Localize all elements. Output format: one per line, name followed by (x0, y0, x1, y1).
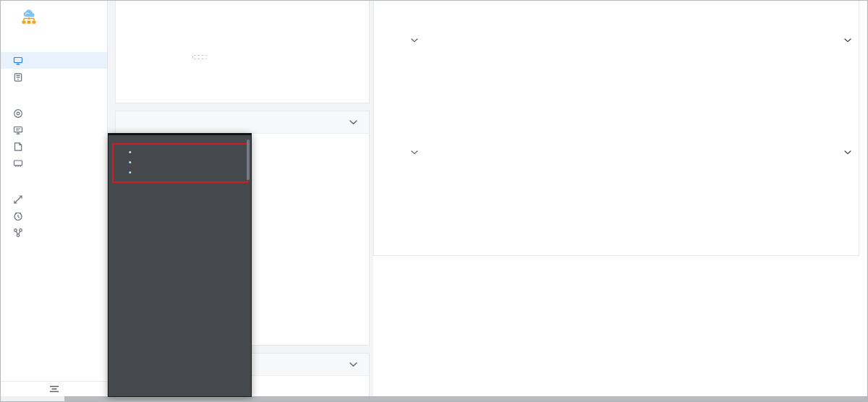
performance-tools-tooltip (108, 133, 252, 397)
collapse-sidebar-icon[interactable] (49, 385, 59, 393)
sidebar-item-cloud-host[interactable] (1, 52, 107, 69)
cloud-disk-icon (13, 72, 23, 82)
chevron-down-icon[interactable] (349, 120, 357, 125)
nic-chart-plot (374, 170, 860, 242)
sidebar-item-cloud-disk[interactable] (1, 69, 107, 85)
tooltip-arrow (176, 396, 184, 397)
sidebar-item-compute-spec[interactable] (1, 121, 107, 138)
logo (1, 1, 107, 33)
disk-metric-dropdown[interactable] (407, 38, 418, 43)
disk-chart-header (374, 36, 860, 52)
tooltip-bullet (129, 148, 244, 157)
gpu-spec-icon (13, 158, 23, 168)
red-highlight-box (112, 143, 248, 183)
cloud-host-icon (13, 56, 23, 66)
chevron-down-icon (411, 150, 418, 155)
app-window (0, 0, 868, 402)
sidebar-item-autoscaling[interactable] (1, 191, 107, 208)
chevron-down-icon (844, 38, 851, 43)
detail-row-owner (130, 0, 369, 16)
disk-chart-plot (374, 61, 860, 134)
sidebar-item-disk-spec[interactable] (1, 138, 107, 155)
horizontal-scrollbar[interactable] (1, 396, 867, 401)
sidebar-section-compute-config (1, 92, 107, 102)
sidebar-section-resource-services (1, 178, 107, 188)
sidebar-item-schedule-policy[interactable] (1, 224, 107, 241)
sidebar-footer (1, 381, 107, 396)
instance-detail-card (115, 0, 370, 103)
disk-spec-icon (13, 142, 23, 152)
config-info-section-header[interactable] (116, 111, 369, 134)
nic-chart-header (374, 148, 860, 164)
chevron-down-icon (411, 38, 418, 43)
detail-row-group (130, 82, 369, 98)
autoscaling-icon (13, 194, 23, 205)
chevron-down-icon (844, 150, 851, 155)
disk-chart-x-ticks (374, 124, 860, 132)
sidebar (1, 1, 108, 401)
cloud-pool-logo-icon (20, 9, 38, 25)
bind-tag-button[interactable] (192, 55, 207, 59)
detail-row-last-operated (130, 32, 369, 48)
detail-row-tenant-tag (130, 66, 369, 82)
compute-spec-icon (13, 125, 23, 135)
monitor-card (373, 0, 859, 256)
top-chart-x-ticks (374, 14, 860, 22)
sidebar-item-image[interactable] (1, 105, 107, 121)
tooltip-bullet (129, 168, 244, 177)
sidebar-section-virtual-resources (1, 39, 107, 49)
horizontal-scrollbar-thumb[interactable] (64, 396, 867, 401)
nic-chart-x-ticks (374, 233, 860, 241)
snapshot-icon (13, 211, 23, 221)
sidebar-item-gpu-spec[interactable] (1, 155, 107, 171)
sidebar-item-snapshot[interactable] (1, 208, 107, 224)
nic-metric-dropdown[interactable] (407, 150, 418, 155)
detail-row-admin-tag (130, 48, 369, 66)
nic-monitor-objects-dropdown[interactable] (841, 150, 851, 155)
schedule-policy-icon (13, 228, 23, 238)
image-icon (13, 108, 23, 119)
disk-monitor-objects-dropdown[interactable] (841, 38, 851, 43)
tooltip-scrollbar[interactable] (247, 140, 250, 180)
chevron-down-icon[interactable] (349, 362, 357, 367)
monitor-panel-area (373, 1, 867, 396)
tooltip-bullet (129, 158, 244, 167)
detail-row-created (130, 16, 369, 32)
